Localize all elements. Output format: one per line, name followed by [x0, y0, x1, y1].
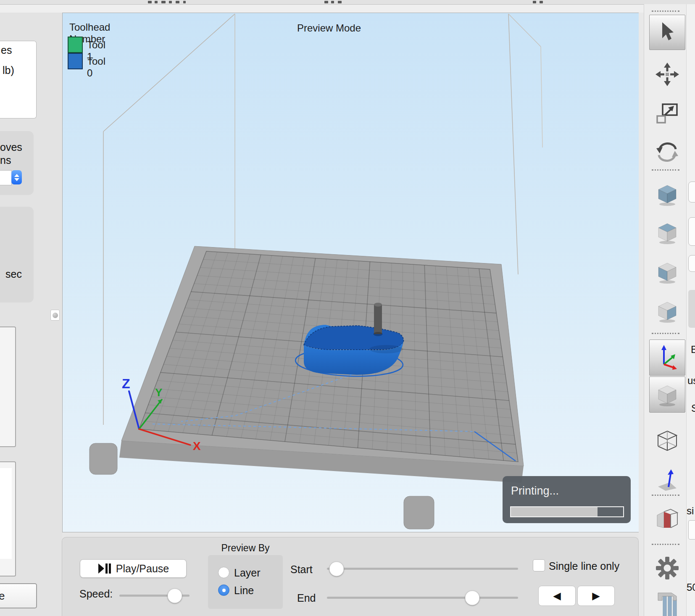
surface-normal-icon [656, 467, 679, 492]
show-axes-button[interactable] [649, 340, 685, 376]
radio-line-label[interactable]: Line [234, 584, 254, 597]
toolbar-separator [652, 169, 679, 171]
show-wireframe-button[interactable] [649, 423, 685, 458]
preview-by-label: Preview By [208, 542, 283, 554]
cutoff-text: lb) [3, 64, 14, 76]
cutoff-button [688, 255, 695, 272]
dropdown-field[interactable] [0, 170, 12, 185]
cutoff-glyph [155, 1, 158, 3]
cutoff-groupbox [0, 461, 16, 577]
cross-section-button[interactable] [649, 502, 685, 537]
tool0-color-swatch [68, 53, 83, 69]
cutoff-glyph [169, 1, 172, 3]
end-slider-thumb[interactable] [465, 590, 479, 605]
print-bed [90, 246, 524, 529]
xyz-axes-icon [656, 344, 679, 371]
cross-section-icon [656, 508, 679, 532]
cutoff-text: si [687, 505, 694, 517]
toolbar-separator [652, 11, 679, 12]
radio-layer[interactable] [218, 567, 229, 578]
move-tool-button[interactable] [649, 57, 685, 92]
start-slider-thumb[interactable] [329, 561, 344, 576]
prev-arrow-icon: ◀ [553, 590, 561, 602]
start-slider[interactable] [327, 568, 518, 570]
cursor-icon [656, 21, 679, 44]
cutoff-glyph [161, 1, 166, 3]
cutoff-groupbox [0, 326, 16, 447]
tool1-color-swatch [68, 37, 83, 53]
speed-slider[interactable] [119, 595, 190, 597]
play-pause-label: Play/Pause [116, 563, 169, 575]
select-cursor-button[interactable] [649, 15, 685, 50]
x-axis-label: X [193, 440, 201, 453]
end-slider[interactable] [327, 597, 518, 599]
cutoff-button-label: e [0, 590, 5, 603]
view-side-button[interactable] [649, 293, 685, 329]
top-strip-lower [0, 5, 695, 13]
y-axis-label: Y [155, 386, 162, 399]
handle-dot-icon [53, 313, 58, 318]
isometric-cube-icon [656, 182, 679, 206]
speed-slider-thumb[interactable] [167, 588, 182, 603]
cutoff-glyph [324, 1, 328, 3]
front-view-cube-icon [656, 260, 679, 284]
scale-tool-button[interactable] [649, 96, 685, 132]
cutoff-button [688, 217, 695, 246]
next-arrow-icon: ▶ [592, 590, 600, 602]
play-pause-button[interactable]: Play/Pause [80, 559, 187, 578]
start-label: Start [290, 563, 313, 576]
prev-line-button[interactable]: ◀ [538, 586, 576, 606]
top-view-cube-icon [656, 220, 679, 245]
next-line-button[interactable]: ▶ [577, 586, 615, 606]
toolbar-separator [652, 495, 679, 496]
cutoff-glyph [338, 1, 342, 3]
end-label: End [297, 592, 316, 604]
single-line-checkbox[interactable] [533, 559, 545, 571]
preview-control-bar: Play/Pause Speed: Preview By Layer Line … [62, 537, 639, 616]
supports-icon [656, 592, 679, 616]
prime-pillar [374, 303, 383, 337]
cutoff-group-panel: oves ns [0, 131, 34, 195]
show-solid-button[interactable] [649, 376, 685, 413]
side-view-cube-icon [656, 299, 679, 323]
view-isometric-button[interactable] [649, 176, 685, 212]
dropdown-stepper-icon[interactable] [11, 170, 22, 184]
view-front-button[interactable] [649, 254, 685, 290]
cutoff-text: us [687, 375, 695, 387]
cutoff-text: B [691, 344, 695, 355]
rotate-tool-button[interactable] [649, 134, 685, 170]
single-line-label[interactable]: Single line only [549, 560, 619, 572]
panel-collapse-handle[interactable] [50, 310, 60, 321]
radio-line[interactable] [218, 584, 229, 596]
cutoff-right-panel: B us S si 50 [686, 4, 695, 616]
view-top-button[interactable] [649, 215, 685, 250]
preview-3d-viewport[interactable]: Z Y X Toolhead Number Tool 1 Tool 0 Prev… [62, 13, 640, 532]
settings-gear-button[interactable] [649, 550, 685, 586]
toolbar-gutter [639, 13, 644, 616]
build-scene: Z Y X [63, 13, 639, 532]
play-pause-icon [97, 562, 112, 575]
cutoff-glyph [540, 1, 543, 3]
supports-button[interactable] [649, 592, 685, 616]
cutoff-button[interactable]: e [0, 583, 37, 608]
toolbar-separator [652, 544, 679, 545]
cutoff-text: sec [5, 268, 22, 280]
view-toolbar [644, 4, 686, 616]
toolbar-separator [652, 333, 679, 334]
move-icon [656, 63, 679, 86]
app-window: { "viewport": { "legend_title": "Toolhea… [0, 0, 695, 616]
wireframe-cube-icon [656, 429, 679, 453]
scale-icon [656, 102, 679, 126]
tool0-label: Tool 0 [87, 55, 105, 79]
radio-layer-label[interactable]: Layer [234, 567, 261, 579]
cutoff-glyph [148, 1, 152, 3]
z-axis-label: Z [122, 376, 130, 391]
top-strip [0, 0, 695, 5]
cutoff-panel [688, 290, 695, 328]
show-normals-button[interactable] [649, 462, 685, 497]
gear-icon [656, 556, 679, 580]
cutoff-text: S [691, 403, 695, 414]
left-settings-sidebar: es lb) oves ns sec e [0, 13, 62, 616]
cutoff-dropdown[interactable] [0, 170, 22, 184]
cutoff-glyph [533, 1, 536, 3]
